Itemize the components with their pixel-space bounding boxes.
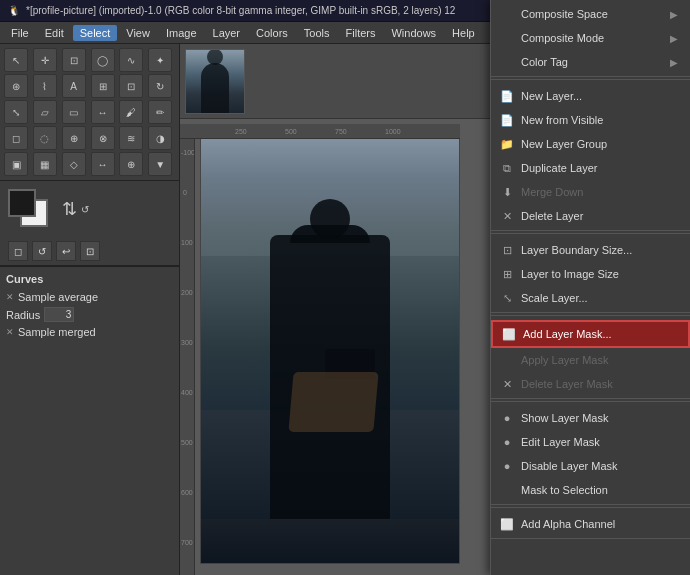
ctx-new-from-visible[interactable]: 📄 New from Visible <box>491 108 690 132</box>
thumbnail-strip <box>180 44 510 119</box>
menu-file[interactable]: File <box>4 25 36 41</box>
sample-average-label: Sample average <box>18 291 98 303</box>
ctx-duplicate-layer[interactable]: ⧉ Duplicate Layer <box>491 156 690 180</box>
ctx-label-delete-layer-mask: Delete Layer Mask <box>521 378 678 390</box>
ruler-left-tick6: 400 <box>181 389 193 396</box>
menu-windows[interactable]: Windows <box>384 25 443 41</box>
tool-shear[interactable]: ▱ <box>33 100 57 124</box>
tool-eyedropper[interactable]: ◇ <box>62 152 86 176</box>
ruler-left-tick8: 600 <box>181 489 193 496</box>
thumbnail-item[interactable] <box>185 49 245 114</box>
menu-layer[interactable]: Layer <box>206 25 248 41</box>
tool-rect-select[interactable]: ⊡ <box>62 48 86 72</box>
tool-text[interactable]: A <box>62 74 86 98</box>
ctx-color-tag[interactable]: Color Tag ▶ <box>491 50 690 74</box>
tool-pencil[interactable]: ✏ <box>148 100 172 124</box>
main-layout: ↖ ✛ ⊡ ◯ ∿ ✦ ⊛ ⌇ A ⊞ ⊡ ↻ ⤡ ▱ ▭ ↔ 🖌 ✏ ◻ ◌ … <box>0 44 690 575</box>
menu-help[interactable]: Help <box>445 25 482 41</box>
ctx-composite-space[interactable]: Composite Space ▶ <box>491 2 690 26</box>
ctx-label-show-layer-mask: Show Layer Mask <box>521 412 678 424</box>
ctx-label-new-layer-group: New Layer Group <box>521 138 678 150</box>
new-image-icon[interactable]: ◻ <box>8 241 28 261</box>
tool-path[interactable]: ⌇ <box>33 74 57 98</box>
sample-merged-close[interactable]: ✕ <box>6 327 14 337</box>
menu-tools[interactable]: Tools <box>297 25 337 41</box>
tool-rotate[interactable]: ↻ <box>148 74 172 98</box>
tool-measure[interactable]: ↔ <box>91 152 115 176</box>
ctx-icon-3 <box>499 54 515 70</box>
swap-colors-icon[interactable]: ⇅ <box>62 198 77 220</box>
menu-image[interactable]: Image <box>159 25 204 41</box>
tool-eraser[interactable]: ◻ <box>4 126 28 150</box>
tool-foreground-select[interactable]: ⊛ <box>4 74 28 98</box>
tool-airbrush[interactable]: ◌ <box>33 126 57 150</box>
tool-move[interactable]: ✛ <box>33 48 57 72</box>
tool-align[interactable]: ⊞ <box>91 74 115 98</box>
ctx-layer-to-image[interactable]: ⊞ Layer to Image Size <box>491 262 690 286</box>
ctx-section-5: ● Show Layer Mask ● Edit Layer Mask ● Di… <box>491 404 690 505</box>
menu-view[interactable]: View <box>119 25 157 41</box>
left-toolbar: ↖ ✛ ⊡ ◯ ∿ ✦ ⊛ ⌇ A ⊞ ⊡ ↻ ⤡ ▱ ▭ ↔ 🖌 ✏ ◻ ◌ … <box>0 44 180 575</box>
ctx-section-4: ⬜ Add Layer Mask... Apply Layer Mask ✕ D… <box>491 318 690 399</box>
open-image-icon[interactable]: ↺ <box>32 241 52 261</box>
ruler-left-tick2: 0 <box>183 189 187 196</box>
tool-scale[interactable]: ⤡ <box>4 100 28 124</box>
ruler-left-tick: -100 <box>181 149 195 156</box>
ctx-label-color-tag: Color Tag <box>521 56 664 68</box>
ctx-apply-layer-mask: Apply Layer Mask <box>491 348 690 372</box>
tool-heal[interactable]: ⊗ <box>91 126 115 150</box>
ctx-layer-boundary[interactable]: ⊡ Layer Boundary Size... <box>491 238 690 262</box>
tool-free-select[interactable]: ∿ <box>119 48 143 72</box>
foreground-color-swatch[interactable] <box>8 189 36 217</box>
ctx-delete-layer[interactable]: ✕ Delete Layer <box>491 204 690 228</box>
tool-bucket[interactable]: ▣ <box>4 152 28 176</box>
ctx-composite-mode[interactable]: Composite Mode ▶ <box>491 26 690 50</box>
tool-pointer[interactable]: ↖ <box>4 48 28 72</box>
ruler-tick-250: 250 <box>235 128 247 135</box>
ctx-mask-to-selection[interactable]: Mask to Selection <box>491 478 690 502</box>
menu-select[interactable]: Select <box>73 25 118 41</box>
reset-colors-icon[interactable]: ↺ <box>81 204 89 215</box>
menu-filters[interactable]: Filters <box>339 25 383 41</box>
ctx-show-mask-icon: ● <box>499 410 515 426</box>
tool-smudge[interactable]: ≋ <box>119 126 143 150</box>
sample-average-close[interactable]: ✕ <box>6 292 14 302</box>
tool-fuzzy-select[interactable]: ✦ <box>148 48 172 72</box>
tool-dodge-burn[interactable]: ◑ <box>148 126 172 150</box>
tool-color-pick[interactable]: ▼ <box>148 152 172 176</box>
ctx-label-layer-boundary: Layer Boundary Size... <box>521 244 678 256</box>
tool-clone[interactable]: ⊕ <box>62 126 86 150</box>
ctx-disable-mask-icon: ● <box>499 458 515 474</box>
tool-flip[interactable]: ↔ <box>91 100 115 124</box>
ruler-tick-1000: 1000 <box>385 128 401 135</box>
ctx-add-alpha-channel[interactable]: ⬜ Add Alpha Channel <box>491 512 690 536</box>
ctx-label-mask-to-selection: Mask to Selection <box>521 484 678 496</box>
radius-input[interactable] <box>44 307 74 322</box>
tool-paintbrush[interactable]: 🖌 <box>119 100 143 124</box>
ctx-add-mask-icon: ⬜ <box>501 326 517 342</box>
ctx-section-1: Composite Space ▶ Composite Mode ▶ Color… <box>491 0 690 77</box>
tool-crop[interactable]: ⊡ <box>119 74 143 98</box>
ctx-new-layer[interactable]: 📄 New Layer... <box>491 84 690 108</box>
ruler-left-tick3: 100 <box>181 239 193 246</box>
ctx-edit-layer-mask[interactable]: ● Edit Layer Mask <box>491 430 690 454</box>
menu-colors[interactable]: Colors <box>249 25 295 41</box>
ctx-icon-2 <box>499 30 515 46</box>
tool-gradient[interactable]: ▦ <box>33 152 57 176</box>
ctx-mask-sel-icon <box>499 482 515 498</box>
tool-zoom[interactable]: ⊕ <box>119 152 143 176</box>
zoom-fit-icon[interactable]: ⊡ <box>80 241 100 261</box>
ctx-label-composite-mode: Composite Mode <box>521 32 664 44</box>
ctx-add-layer-mask[interactable]: ⬜ Add Layer Mask... <box>491 320 690 348</box>
ctx-show-layer-mask[interactable]: ● Show Layer Mask <box>491 406 690 430</box>
ctx-disable-layer-mask[interactable]: ● Disable Layer Mask <box>491 454 690 478</box>
ctx-label-delete-layer: Delete Layer <box>521 210 678 222</box>
ctx-new-layer-group[interactable]: 📁 New Layer Group <box>491 132 690 156</box>
ctx-scale-layer[interactable]: ⤡ Scale Layer... <box>491 286 690 310</box>
tool-perspective[interactable]: ▭ <box>62 100 86 124</box>
menu-edit[interactable]: Edit <box>38 25 71 41</box>
ruler-top: 250 500 750 1000 <box>180 124 460 139</box>
tool-ellipse-select[interactable]: ◯ <box>91 48 115 72</box>
radius-label: Radius <box>6 309 40 321</box>
undo-icon[interactable]: ↩ <box>56 241 76 261</box>
